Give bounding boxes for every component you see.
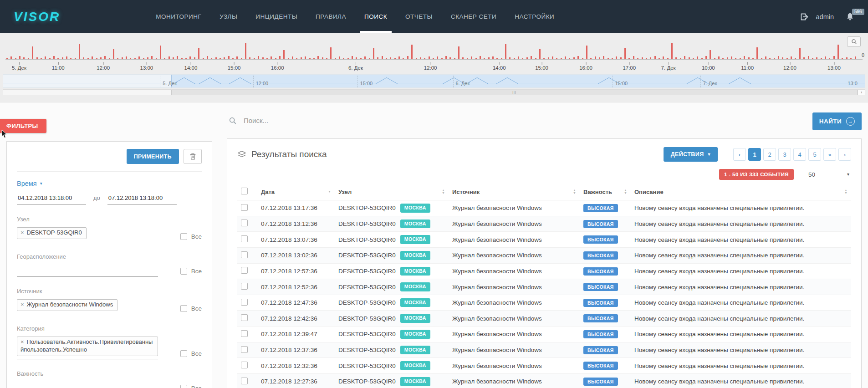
row-checkbox[interactable]: [241, 220, 248, 226]
select-all-option[interactable]: Все: [180, 268, 202, 275]
table-row[interactable]: 07.12.2018 13:02:36DESKTOP-53GQIR0МОСКВА…: [237, 247, 851, 263]
page-size-select[interactable]: 50 ▾: [807, 170, 851, 179]
page-button[interactable]: 3: [778, 148, 791, 161]
page-button[interactable]: 1: [748, 148, 761, 161]
apply-filters-button[interactable]: ПРИМЕНИТЬ: [127, 149, 179, 164]
column-header[interactable]: Дата▼: [257, 184, 335, 200]
table-row[interactable]: 07.12.2018 12:37:36DESKTOP-53GQIR0МОСКВА…: [237, 342, 851, 358]
filter-chip[interactable]: ×Пользователь.Активность.Привилегированн…: [17, 337, 158, 356]
nav-item[interactable]: НАСТРОЙКИ: [515, 0, 554, 33]
scrollbar-right-icon[interactable]: ›: [858, 90, 865, 95]
remove-chip-icon[interactable]: ×: [20, 229, 24, 236]
table-row[interactable]: 07.12.2018 12:39:47DESKTOP-53GQIR0МОСКВА…: [237, 327, 851, 342]
select-all-option[interactable]: Все: [180, 350, 202, 357]
filter-chip[interactable]: ×Журнал безопасности Windows: [17, 299, 117, 311]
table-row[interactable]: 07.12.2018 12:32:36DESKTOP-53GQIR0МОСКВА…: [237, 358, 851, 374]
results-count-row: 1 - 50 ИЗ 333 СОБЫТИЯ 50 ▾: [237, 169, 851, 180]
filter-chip-area[interactable]: [17, 382, 158, 388]
column-header[interactable]: Узел▲▼: [335, 184, 449, 200]
all-checkbox[interactable]: [180, 385, 187, 388]
page-button[interactable]: ‹: [733, 148, 746, 161]
filter-chip[interactable]: ×DESKTOP-53GQIR0: [17, 227, 87, 239]
select-all-option[interactable]: Все: [180, 233, 202, 240]
row-checkbox[interactable]: [241, 235, 248, 242]
nav-item[interactable]: ИНЦИДЕНТЫ: [255, 0, 297, 33]
column-header[interactable]: Описание▲▼: [631, 184, 851, 200]
row-checkbox[interactable]: [241, 378, 248, 384]
page-button[interactable]: 4: [793, 148, 806, 161]
table-row[interactable]: 07.12.2018 13:12:36DESKTOP-53GQIR0МОСКВА…: [237, 216, 851, 232]
table-row[interactable]: 07.12.2018 12:47:36DESKTOP-53GQIR0МОСКВА…: [237, 295, 851, 311]
all-checkbox[interactable]: [180, 233, 187, 240]
scrollbar-thumb[interactable]: |||: [171, 90, 858, 95]
row-checkbox[interactable]: [241, 330, 248, 337]
select-all-rows-checkbox[interactable]: [241, 188, 248, 194]
filter-section: ВажностьВсе: [17, 370, 202, 388]
user-name[interactable]: admin: [816, 13, 834, 20]
geo-badge: МОСКВА: [400, 220, 430, 229]
row-checkbox[interactable]: [241, 299, 248, 306]
all-checkbox-label: Все: [191, 305, 202, 312]
sort-icon[interactable]: ▲▼: [844, 189, 848, 195]
nav-item[interactable]: УЗЛЫ: [220, 0, 237, 33]
table-row[interactable]: 07.12.2018 12:57:36DESKTOP-53GQIR0МОСКВА…: [237, 263, 851, 279]
date-from-input[interactable]: 04.12.2018 13:18:00: [17, 194, 86, 205]
table-row[interactable]: 07.12.2018 12:52:36DESKTOP-53GQIR0МОСКВА…: [237, 279, 851, 295]
all-checkbox[interactable]: [180, 350, 187, 357]
column-header[interactable]: Важность▲▼: [580, 184, 631, 200]
column-header[interactable]: Источник▲▼: [449, 184, 580, 200]
time-filter-toggle[interactable]: Время ▾: [17, 180, 202, 187]
date-to-input[interactable]: 07.12.2018 13:18:00: [107, 194, 177, 205]
table-row[interactable]: 07.12.2018 13:17:36DESKTOP-53GQIR0МОСКВА…: [237, 200, 851, 216]
row-checkbox[interactable]: [241, 251, 248, 258]
filter-chip-area[interactable]: ×Пользователь.Активность.Привилегированн…: [17, 337, 158, 359]
table-row[interactable]: 07.12.2018 12:42:36DESKTOP-53GQIR0МОСКВА…: [237, 311, 851, 327]
filter-chip-area[interactable]: ×DESKTOP-53GQIR0: [17, 227, 158, 242]
timeline-scrollbar[interactable]: ||| ›: [3, 89, 865, 95]
search-input[interactable]: [243, 116, 802, 125]
nav-item[interactable]: ПОИСК: [364, 0, 387, 33]
nav-item[interactable]: МОНИТОРИНГ: [156, 0, 201, 33]
nav-item[interactable]: ОТЧЕТЫ: [405, 0, 433, 33]
geo-badge: МОСКВА: [400, 204, 430, 213]
row-checkbox[interactable]: [241, 283, 248, 290]
row-checkbox[interactable]: [241, 267, 248, 274]
row-checkbox[interactable]: [241, 204, 248, 211]
remove-chip-icon[interactable]: ×: [20, 301, 24, 308]
filter-chip-area[interactable]: ×Журнал безопасности Windows: [17, 299, 158, 314]
select-all-option[interactable]: Все: [180, 385, 202, 388]
actions-label: ДЕЙСТВИЯ: [671, 151, 704, 158]
brush-labels: 5. Дек12:0015:006. Дек15:007. Дек13:0: [3, 75, 865, 87]
sort-icon[interactable]: ▲▼: [624, 189, 627, 195]
cell-description: Новому сеансу входа назначены специальны…: [634, 268, 804, 275]
row-checkbox[interactable]: [241, 346, 248, 353]
sort-icon[interactable]: ▲▼: [573, 189, 576, 195]
row-checkbox[interactable]: [241, 314, 248, 321]
nav-item[interactable]: ПРАВИЛА: [316, 0, 346, 33]
select-all-option[interactable]: Все: [180, 305, 202, 312]
remove-chip-icon[interactable]: ×: [20, 338, 24, 345]
all-checkbox[interactable]: [180, 305, 187, 312]
actions-dropdown-button[interactable]: ДЕЙСТВИЯ ▾: [664, 147, 718, 162]
table-row[interactable]: 07.12.2018 13:07:36DESKTOP-53GQIR0МОСКВА…: [237, 232, 851, 248]
sort-icon[interactable]: ▼: [328, 190, 331, 193]
table-row[interactable]: 07.12.2018 12:27:36DESKTOP-53GQIR0МОСКВА…: [237, 374, 851, 388]
page-button[interactable]: 5: [808, 148, 821, 161]
clear-filters-button[interactable]: [184, 149, 202, 164]
row-checkbox[interactable]: [241, 362, 248, 368]
nav-item[interactable]: СКАНЕР СЕТИ: [451, 0, 496, 33]
timeline-brush[interactable]: 5. Дек12:0015:006. Дек15:007. Дек13:0: [3, 74, 865, 88]
search-box[interactable]: [227, 112, 804, 130]
zoom-button[interactable]: [847, 36, 861, 47]
find-button[interactable]: НАЙТИ →: [812, 112, 862, 130]
logout-icon[interactable]: [800, 12, 809, 21]
cell-source: Журнал безопасности Windows: [452, 362, 542, 369]
all-checkbox[interactable]: [180, 268, 187, 275]
events-histogram[interactable]: 5. Дек11:0012:0013:0014:0015:0016:006. Д…: [3, 33, 865, 73]
page-button[interactable]: 2: [763, 148, 776, 161]
filter-chip-area[interactable]: [17, 265, 158, 277]
sort-icon[interactable]: ▲▼: [442, 189, 445, 195]
page-button[interactable]: ›: [838, 148, 851, 161]
page-button[interactable]: »: [823, 148, 836, 161]
notifications-button[interactable]: 596: [846, 12, 854, 21]
